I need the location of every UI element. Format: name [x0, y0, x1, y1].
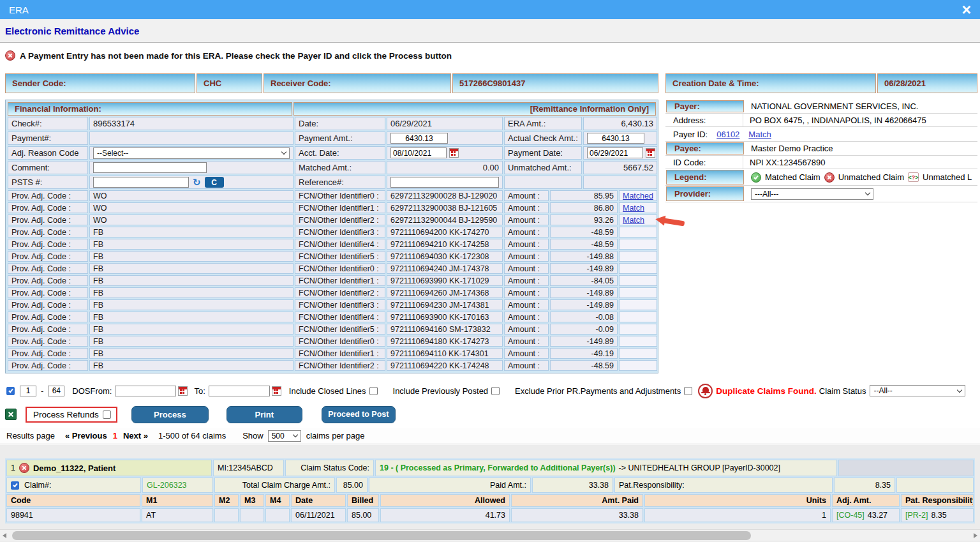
- process-refunds-group: Process Refunds: [26, 407, 117, 423]
- matched-amt-value: 0.00: [387, 161, 503, 174]
- print-button[interactable]: Print: [226, 406, 302, 423]
- alert-bell-icon[interactable]: [698, 384, 713, 398]
- match-link-cell: [619, 324, 657, 335]
- claim-status-cell: 19 - ( Processed as Primary, Forwarded t…: [375, 460, 837, 476]
- payment-date-input[interactable]: [587, 147, 643, 158]
- fcn-identifier-value: 9721110694230 JM-174381: [387, 299, 503, 310]
- fcn-identifier-label: FCN/Other Identifier4 :: [295, 312, 385, 322]
- match-link-cell: [619, 275, 657, 286]
- reference-input[interactable]: [390, 177, 499, 188]
- legend-unmatched-line-text: Unmatched L: [923, 172, 972, 182]
- scrollbar-thumb[interactable]: [12, 531, 751, 540]
- dos-from-input[interactable]: [115, 386, 176, 396]
- include-posted-label: Include Previously Posted: [393, 386, 489, 396]
- line-date: 06/11/2021: [291, 508, 346, 522]
- line-pat-resp: [PR-2] 8.35: [901, 508, 974, 522]
- exclude-prior-checkbox[interactable]: [684, 387, 692, 395]
- claim-checkbox[interactable]: [11, 481, 19, 490]
- psts-input[interactable]: [93, 177, 189, 188]
- dos-to-input[interactable]: [209, 386, 270, 396]
- prov-adj-code-value: FB: [89, 263, 293, 274]
- claims-per-page-select[interactable]: 500: [268, 430, 301, 442]
- claim-number-value[interactable]: GL-206323: [142, 478, 213, 493]
- next-page-link[interactable]: Next »: [123, 431, 148, 440]
- receiver-code-value: 517266C9801437: [452, 73, 658, 93]
- current-page-number: 1: [113, 431, 117, 440]
- payer-id-match-link[interactable]: Match: [748, 130, 771, 139]
- fcn-identifier-value: 9721110694220 KK-174248: [387, 360, 503, 371]
- match-link[interactable]: Match: [623, 216, 644, 225]
- calendar-icon[interactable]: [272, 386, 281, 396]
- match-link-cell: [619, 336, 657, 347]
- close-icon[interactable]: ×: [961, 3, 971, 17]
- date-label: Date:: [295, 117, 385, 130]
- prov-adj-code-label: Prov. Adj. Code :: [8, 299, 88, 310]
- amount-label: Amount :: [504, 360, 549, 371]
- amount-value: -48.59: [550, 227, 618, 237]
- page-title: Electronic Remittance Advice: [5, 26, 139, 36]
- amount-label: Amount :: [504, 263, 549, 274]
- era-amt-value: 6,430.13: [583, 117, 657, 130]
- creation-date-label: Creation Date & Time:: [665, 73, 876, 93]
- col-header-m1: M1: [142, 494, 213, 507]
- service-line-header-row: Code M1 M2 M3 M4 Date Billed Allowed Amt…: [6, 494, 974, 507]
- claim-summary-row: Claim#: GL-206323 Total Claim Charge Amt…: [6, 478, 974, 493]
- match-link[interactable]: Match: [623, 204, 644, 213]
- match-link[interactable]: Matched: [623, 192, 653, 200]
- unmatched-line-icon: <?>: [908, 172, 919, 182]
- excel-export-icon[interactable]: [5, 409, 17, 420]
- fcn-identifier-label: FCN/Other Identifier2 :: [295, 215, 385, 225]
- previous-page-link[interactable]: « Previous: [65, 431, 107, 440]
- match-link-cell: Match: [619, 215, 657, 225]
- scroll-right-icon[interactable]: [974, 533, 977, 538]
- page-header-bar: Electronic Remittance Advice: [0, 19, 980, 43]
- calendar-icon[interactable]: [178, 386, 188, 396]
- col-header-adj-amt: Adj. Amt.: [832, 494, 900, 507]
- prov-adj-code-label: Prov. Adj. Code :: [8, 263, 88, 274]
- proceed-to-post-button[interactable]: Proceed to Post: [322, 406, 396, 423]
- prov-adj-code-value: FB: [89, 312, 293, 322]
- process-button[interactable]: Process: [131, 406, 209, 423]
- claim-status-select[interactable]: --All--: [870, 385, 965, 396]
- col-header-billed: Billed: [347, 494, 379, 507]
- legend-matched-text: Matched Claim: [765, 172, 820, 182]
- prov-adj-code-label: Prov. Adj. Code :: [8, 287, 88, 298]
- fcn-identifier-value: 629721132900028 BJ-129020: [387, 190, 503, 201]
- c-button[interactable]: C: [205, 177, 224, 188]
- actual-check-amt-input[interactable]: [587, 133, 644, 144]
- fcn-identifier-value: 9721110694240 JM-174378: [387, 263, 503, 274]
- comment-input[interactable]: [93, 162, 207, 173]
- range-from-input[interactable]: [20, 386, 36, 396]
- process-refunds-checkbox[interactable]: [103, 410, 111, 419]
- calendar-icon[interactable]: [646, 148, 655, 158]
- range-dash: -: [41, 386, 43, 396]
- payment-amt-input[interactable]: [390, 133, 448, 144]
- pagination-bar: Results page « Previous 1 Next » 1-500 o…: [0, 428, 980, 444]
- claim-header-row: 1 Demo_11322, Patient MI:12345ABCD Claim…: [6, 460, 974, 476]
- action-bar: Process Refunds Process Print Proceed to…: [5, 404, 396, 425]
- scroll-left-icon[interactable]: [3, 533, 6, 538]
- include-closed-label: Include Closed Lines: [289, 386, 366, 396]
- match-link-cell: Match: [619, 202, 657, 213]
- select-all-checkbox[interactable]: [6, 387, 15, 395]
- match-link-cell: [619, 227, 657, 237]
- calendar-icon[interactable]: [449, 148, 459, 158]
- include-posted-checkbox[interactable]: [491, 387, 500, 395]
- service-line-row: 98941 AT 06/11/2021 85.00 41.73 33.38 1 …: [6, 508, 974, 522]
- payer-id-link[interactable]: 06102: [716, 130, 739, 139]
- refresh-icon[interactable]: ↻: [193, 177, 201, 188]
- amount-value: -48.59: [550, 360, 618, 371]
- adj-reason-select[interactable]: --Select--: [93, 147, 290, 159]
- receiver-code-label: Receiver Code:: [264, 73, 451, 93]
- range-to-input[interactable]: [48, 386, 64, 396]
- provider-select[interactable]: ---All---: [751, 188, 873, 200]
- warning-text: A Payment Entry has not been made for th…: [20, 51, 452, 61]
- acct-date-input[interactable]: [390, 147, 447, 158]
- claim-header-spacer: [838, 460, 974, 476]
- fcn-identifier-value: 9721110694260 JM-174368: [387, 287, 503, 298]
- fcn-identifier-label: FCN/Other Identifier0 :: [295, 263, 385, 274]
- adj-group-code: [CO-45]: [836, 511, 865, 520]
- amount-label: Amount :: [504, 312, 549, 322]
- unmatched-claim-icon[interactable]: [19, 463, 29, 473]
- include-closed-checkbox[interactable]: [369, 387, 378, 395]
